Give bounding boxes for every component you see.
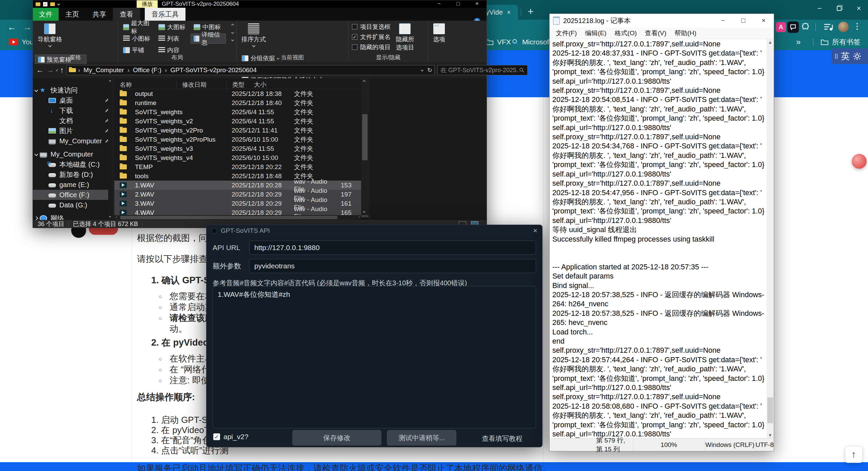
api-v2-checkbox[interactable]: ✓ api_v2? <box>213 433 249 441</box>
notepad-close-button[interactable]: × <box>753 14 774 27</box>
tab-home[interactable]: 主页 <box>59 8 86 21</box>
options-button[interactable]: 选项 <box>430 22 448 53</box>
search-box[interactable] <box>437 65 528 75</box>
scrollbar-thumb[interactable] <box>362 114 368 160</box>
scroll-up-icon[interactable]: ▲ <box>767 39 774 46</box>
forward-button[interactable]: → <box>46 66 54 75</box>
dialog-title-bar[interactable]: GPT-SoVITS API × <box>206 225 542 237</box>
horizontal-scrollbar[interactable]: ‹ › <box>114 215 361 220</box>
nav-tree-item[interactable]: 快速访问 <box>33 85 112 95</box>
breadcrumb-segment[interactable]: GPT-SoVITS-v2pro-20250604 <box>170 66 257 74</box>
view-small-icons-button[interactable]: 小图标 <box>120 34 155 44</box>
nav-tree-item[interactable]: 网络 <box>33 213 112 220</box>
nav-pane-scrollbar[interactable] <box>108 78 112 220</box>
menu-item[interactable]: 帮助(H) <box>670 29 700 38</box>
scroll-down-icon[interactable] <box>109 215 111 218</box>
view-tutorial-link[interactable]: 查看填写教程 <box>482 434 522 443</box>
browser-restore-button[interactable] <box>831 3 847 14</box>
tab-share[interactable]: 共享 <box>86 8 113 21</box>
nav-pane-button[interactable]: 导航窗格 <box>35 22 65 53</box>
nav-tree-item[interactable]: 下载 <box>33 105 112 116</box>
tree-expander-icon[interactable] <box>34 216 38 220</box>
scroll-down-icon[interactable] <box>363 210 366 213</box>
nav-tree-item[interactable]: 桌面 <box>33 95 112 105</box>
nav-tree-item[interactable]: 图片 <box>33 126 112 136</box>
bookmark-folder-vfx[interactable]: VFX <box>486 36 511 48</box>
column-header[interactable]: 大小 <box>249 80 267 89</box>
scroll-down-icon[interactable]: ▼ <box>767 432 774 439</box>
menu-item[interactable]: 编辑(E) <box>581 29 610 38</box>
nav-tree-item[interactable]: My_Computer <box>33 136 112 146</box>
dialog-close-button[interactable]: × <box>533 226 537 235</box>
api-url-input[interactable]: http://127.0.0.1:9880 <box>249 241 536 255</box>
back-button[interactable]: ← <box>36 66 44 75</box>
all-bookmarks-button[interactable]: 所有书签 <box>821 36 861 48</box>
nav-tree-item[interactable]: Data (G:) <box>33 200 112 210</box>
explorer-maximize-button[interactable]: □ <box>449 0 468 8</box>
nav-tree-item[interactable]: Office (F:) <box>33 190 112 200</box>
explorer-title-bar[interactable]: ✓ 播放 GPT-SoVITS-v2pro-20250604 − □ × <box>33 0 487 8</box>
file-extensions-checkbox[interactable]: ✓文件扩展名 <box>351 32 391 42</box>
file-row[interactable]: SoVITS_weights_v3 2025/6/4 11:55 文件夹 <box>114 144 369 153</box>
ime-language-indicator[interactable]: 英 <box>832 48 868 64</box>
browser-minimize-button[interactable]: − <box>812 3 827 14</box>
notepad-title-bar[interactable]: 20251218.log - 记事本 − □ × <box>550 14 774 27</box>
address-dropdown-icon[interactable] <box>421 69 423 71</box>
chat-extension-icon[interactable] <box>787 21 799 33</box>
file-row[interactable]: SoVITS_weights_v4 2025/6/10 15:00 文件夹 <box>114 153 369 162</box>
back-to-top-button[interactable]: ↑ <box>845 446 863 463</box>
file-row[interactable]: runtime 2025/12/18 18:40 文件夹 <box>114 98 369 107</box>
file-row[interactable]: SoVITS_weights_v2Pro 2025/12/1 11:41 文件夹 <box>114 126 369 135</box>
scroll-up-icon[interactable] <box>363 80 366 83</box>
view-xl-icons-button[interactable]: 超大图标 <box>120 22 155 32</box>
browser-back-button[interactable]: ← <box>7 22 16 33</box>
profile-avatar[interactable] <box>838 22 849 32</box>
explorer-close-button[interactable]: × <box>468 0 487 8</box>
more-bookmarks-chevrons[interactable]: » <box>796 36 801 48</box>
breadcrumb[interactable]: My_ComputerOffice (F:)GPT-SoVITS-v2pro-2… <box>66 65 435 75</box>
extra-params-input[interactable]: pyvideotrans <box>249 259 536 273</box>
tab-file[interactable]: 文件 <box>33 8 59 21</box>
tree-expander-icon[interactable] <box>34 88 38 92</box>
hidden-items-checkbox[interactable]: 隐藏的项目 <box>351 42 391 52</box>
file-row[interactable]: SoVITS_weights_v2ProPlus 2025/6/10 15:00… <box>114 135 369 144</box>
contextual-tab-header-play[interactable]: 播放 <box>137 0 158 8</box>
file-row[interactable]: SoVITS_weights 2025/6/4 11:55 文件夹 <box>114 107 369 117</box>
file-row[interactable]: output 2025/12/18 18:38 文件夹 <box>114 89 369 98</box>
nav-tree-item[interactable]: 本地磁盘 (C:) <box>33 159 112 169</box>
scroll-up-icon[interactable] <box>109 80 111 82</box>
new-tab-button[interactable]: + <box>525 6 536 18</box>
test-in-progress-button[interactable]: 测试中请稍等... <box>387 430 456 446</box>
view-large-icons-button[interactable]: 大图标 <box>155 22 191 32</box>
notepad-text-area[interactable]: self.proxy_str='http://127.0.0.1:7897',s… <box>550 39 774 439</box>
breadcrumb-segment[interactable]: My_Computer <box>83 66 133 74</box>
hide-selected-button[interactable]: 隐藏所选项目 <box>392 22 418 53</box>
explorer-minimize-button[interactable]: − <box>430 0 449 8</box>
view-details-button[interactable]: 详细信息 <box>191 34 226 44</box>
file-list-scrollbar[interactable] <box>361 78 369 215</box>
search-input[interactable] <box>440 67 519 74</box>
translate-extension-icon[interactable]: A <box>776 22 786 32</box>
nav-tree-item[interactable]: 文档 <box>33 116 112 126</box>
qat-folder-icon[interactable] <box>36 2 40 6</box>
drag-handle-icon[interactable] <box>835 54 837 59</box>
bookmark-microsoft[interactable]: Microsoft <box>512 36 551 48</box>
view-list-button[interactable]: 列表 <box>155 34 191 44</box>
nav-tree-item[interactable]: 新加卷 (D:) <box>33 169 112 180</box>
refresh-icon[interactable]: ↻ <box>427 66 432 74</box>
scroll-right-icon[interactable]: › <box>358 214 360 219</box>
breadcrumb-segment[interactable]: Office (F:) <box>133 66 170 74</box>
notepad-maximize-button[interactable]: □ <box>733 14 753 27</box>
browser-forward-button[interactable]: → <box>23 22 32 33</box>
browser-close-button[interactable]: × <box>851 3 867 14</box>
qat-check-icon[interactable]: ✓ <box>43 2 47 6</box>
sort-by-button[interactable]: 排序方式 <box>239 22 269 53</box>
menu-item[interactable]: 格式(O) <box>611 29 641 38</box>
file-row[interactable]: TEMP 2025/12/18 20:22 文件夹 <box>114 162 369 171</box>
layout-scroll-arrows[interactable] <box>232 24 234 41</box>
notepad-scrollbar[interactable]: ▲ ▼ <box>767 39 774 439</box>
media-playlist-icon[interactable] <box>823 22 834 32</box>
tab-close-icon[interactable]: × <box>507 8 511 16</box>
nav-tree-item[interactable]: game (E:) <box>33 180 112 190</box>
save-changes-button[interactable]: 保存修改 <box>292 430 381 446</box>
